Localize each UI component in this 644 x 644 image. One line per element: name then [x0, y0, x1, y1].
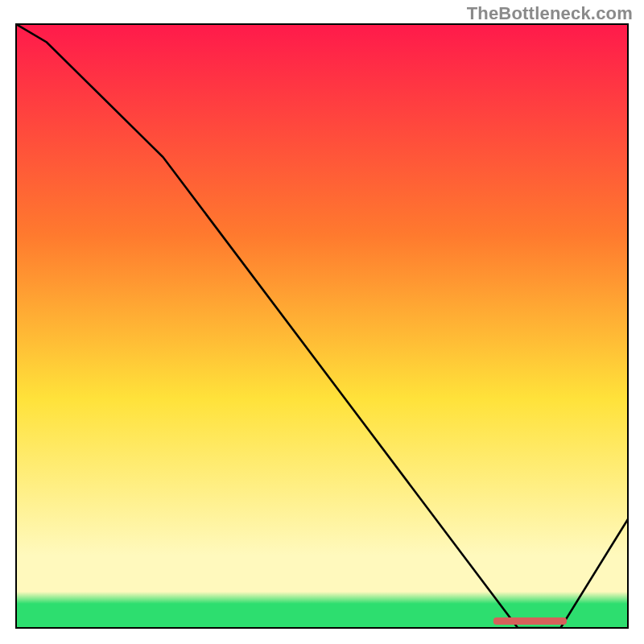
bottleneck-chart — [0, 0, 644, 644]
gradient-background — [16, 24, 628, 628]
chart-container: TheBottleneck.com — [0, 0, 644, 644]
optimal-range-marker — [493, 617, 567, 625]
